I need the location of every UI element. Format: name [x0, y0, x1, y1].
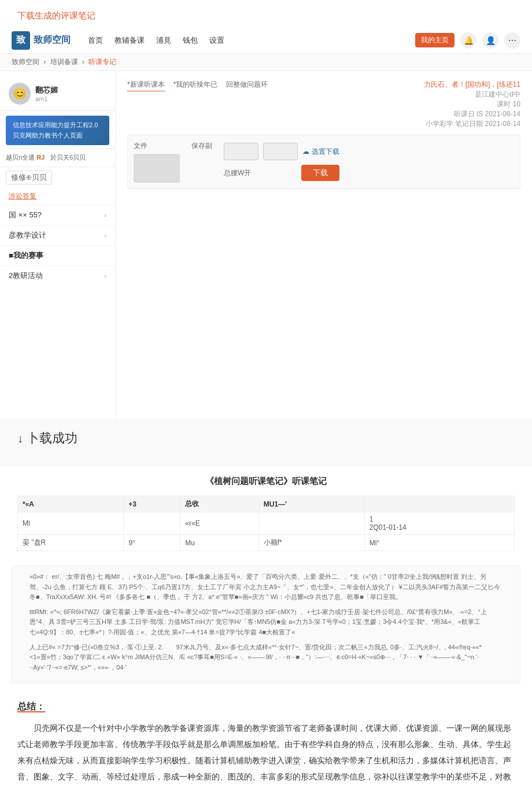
course-time-label: 课时 [497, 100, 511, 108]
summary-text: 贝壳网不仅是一个针对中小学教学的教学备课资源库，海量的教学资源节省了老师备课时间… [17, 720, 515, 787]
table-header-1: *«A [18, 496, 124, 512]
ocr-para-1: «0»#： er/、;女带首色) 七 梅M#，，+支o1r-入思"'s«o.【事… [29, 572, 503, 603]
brand-icon: 致 [12, 31, 30, 50]
table-cell-r1-3: «r«E [180, 512, 258, 535]
breadcrumb: 致师空间 › 培训备课 › 听课专记 [0, 54, 532, 71]
more-icon[interactable]: ⋯ [504, 32, 520, 49]
breadcrumb-item-1[interactable]: 致师空间 [12, 58, 39, 66]
notes-section: 《植树问题听课笔记》听课笔记 *«A +3 总收 MU1—' Ml «r«E 1… [0, 467, 532, 566]
nav-settings[interactable]: 设置 [209, 33, 224, 48]
ocr-section: «0»#： er/、;女带首色) 七 梅M#，，+支o1r-入思"'s«o.【事… [12, 566, 520, 683]
nav-right: 我的主页 🔔 👤 ⋯ [415, 32, 520, 49]
page-wrapper: 下载生成的评课笔记 致 致师空间 首页 教辅备课 浦見 钱包 设置 我的主页 🔔… [0, 0, 532, 787]
subnav-item-2[interactable]: *我的听辣年已 [173, 80, 218, 91]
notes-table: *«A +3 总收 MU1—' Ml «r«E 1 2Q01-01-14 晏 "… [17, 496, 515, 551]
stat-all-val: RJ [36, 154, 45, 161]
success-section: 卜载成功 [0, 418, 532, 467]
brand-name: 致师空间 [34, 34, 71, 46]
table-header-row: *«A +3 总收 MU1—' [18, 496, 515, 512]
table-cell-r2-5: Ml° [364, 535, 514, 551]
table-header-3: 总收 [180, 496, 258, 512]
subject-label: 小学彩学 [426, 120, 453, 128]
main-layout: 😊 翻芯媚 am1 信息技术应用能力提升工程2.0 贝克网助力教书个人页面 越贝… [0, 71, 532, 418]
listen-date-label: 听课日 IS [454, 110, 483, 118]
sidebar-menu-label-4: 2教研活动 [9, 271, 43, 281]
course-time: 课时 10 [424, 99, 520, 109]
nav-pumi[interactable]: 浦見 [156, 33, 171, 48]
sidebar-menu-item-2[interactable]: 彦教学设计 › [0, 225, 115, 245]
ocr-para-2: tttRMt: «^«; 6FR6H7WZ/《象它看蒙·上季·置«金色~4?«·… [29, 607, 503, 638]
bell-icon[interactable]: 🔔 [460, 32, 476, 49]
navbar: 致 致师空间 首页 教辅备课 浦見 钱包 设置 我的主页 🔔 👤 ⋯ [0, 27, 532, 54]
cloud-icon: ☁ [302, 147, 309, 156]
content-top: *新课听课本 *我的听辣年已 回整做问题环 力氏石、者！[国功和]，[练还11 … [127, 80, 520, 129]
summary-title: 总结： [17, 701, 515, 713]
table-row: Ml «r«E 1 2Q01-01-14 [18, 512, 515, 535]
file-option-1 [224, 143, 258, 160]
content-sub-nav: *新课听课本 *我的听辣年已 回整做问题环 [127, 80, 268, 91]
subnav-item-3[interactable]: 回整做问题环 [226, 80, 268, 91]
download-section: ☁ 选置下载 总腰W开 下载 [224, 141, 339, 183]
table-cell-r1-2 [124, 512, 180, 535]
nav-home[interactable]: 首页 [88, 33, 103, 48]
stat-all-label: 越贝n全通 [6, 154, 35, 161]
sidebar-user: 😊 翻芯媚 am1 [0, 77, 115, 111]
save-section: 保存副 [191, 141, 212, 183]
table-header-4: MU1—' [258, 496, 364, 512]
success-title: 卜载成功 [17, 430, 515, 447]
username: 翻芯媚 [35, 85, 58, 95]
sidebar-actions: 修修⊕贝贝 [0, 167, 115, 188]
content-info-right: 力氏石、者！[国功和]，[练还11 是江建中心d中 课时 10 听课日 IS 2… [424, 80, 520, 129]
sidebar-menu-item-3[interactable]: ■我的赛事 [0, 245, 115, 265]
table-row-2: 晏 "盘R 9° Mu 小额f* Ml° [18, 535, 515, 551]
sidebar-action-btn-1[interactable]: 修修⊕贝贝 [6, 171, 52, 184]
promo-text-2: 贝克网助力教书个人页面 [13, 131, 102, 141]
listen-date-value: 2021-08-14 [485, 110, 520, 118]
sidebar-link[interactable]: 涉讼答复 [0, 188, 115, 205]
file-options: ☁ 选置下载 [224, 143, 339, 160]
file-option-2 [263, 143, 298, 160]
userid: am1 [35, 95, 58, 102]
table-cell-r1-4 [258, 512, 364, 535]
my-profile-button[interactable]: 我的主页 [415, 33, 455, 47]
course-time-value: 10 [513, 100, 520, 108]
sidebar-menu-label-2: 彦教学设计 [9, 230, 46, 241]
download-action-row: 总腰W开 下载 [224, 165, 339, 181]
file-placeholder [134, 154, 180, 183]
download-header: 下载生成的评课笔记 [0, 0, 532, 27]
cloud-download[interactable]: ☁ 选置下载 [302, 143, 339, 160]
user-info: 翻芯媚 am1 [35, 85, 58, 102]
breadcrumb-item-3: 听课专记 [88, 58, 116, 66]
stat-view-label: 於贝关6贝贝 [50, 154, 86, 161]
subnav-item-1[interactable]: *新课听课本 [127, 80, 165, 91]
upload-section: 文件 保存副 ☁ 选置下载 总腰W开 [127, 135, 520, 189]
nav-links: 首页 教辅备课 浦見 钱包 设置 [88, 33, 415, 48]
navbar-brand: 致 致师空间 [12, 31, 71, 50]
download-button[interactable]: 下载 [301, 165, 339, 181]
sidebar: 😊 翻芯媚 am1 信息技术应用能力提升工程2.0 贝克网助力教书个人页面 越贝… [0, 71, 116, 418]
file-label: 文件 [134, 141, 180, 151]
info-link[interactable]: 力氏石、者！[国功和]，[练还11 [424, 80, 520, 90]
sidebar-promo: 信息技术应用能力提升工程2.0 贝克网助力教书个人页面 [6, 116, 109, 145]
download-header-link[interactable]: 下载生成的评课笔记 [17, 10, 95, 20]
nav-wallet[interactable]: 钱包 [183, 33, 198, 48]
stat-all: 越贝n全通 RJ [6, 153, 45, 162]
user-icon[interactable]: 👤 [482, 32, 498, 49]
total-label: 总腰W开 [224, 168, 251, 178]
nav-textbook[interactable]: 教辅备课 [114, 33, 145, 48]
note-date-label: 笔记日期 [455, 120, 483, 128]
table-header-5 [364, 496, 514, 512]
table-cell-r1-1: Ml [18, 512, 124, 535]
listen-date: 听课日 IS 2021-08-14 [424, 109, 520, 119]
sidebar-menu-item-1[interactable]: 国 ×× 55? › [0, 205, 115, 225]
promo-text-1: 信息技术应用能力提升工程2.0 [13, 120, 102, 131]
table-cell-r2-3: Mu [180, 535, 258, 551]
ocr-para-3: 人上已#« =7力°修·已(«0叁立%3，·泵·①上至. 2. 97米JL乃号、… [29, 642, 503, 673]
breadcrumb-item-2[interactable]: 培训备课 [50, 58, 78, 66]
save-label: 保存副 [191, 141, 212, 151]
sidebar-menu-item-4[interactable]: 2教研活动 › [0, 265, 115, 286]
avatar: 😊 [9, 83, 31, 105]
sidebar-stats: 越贝n全通 RJ 於贝关6贝贝 [0, 148, 115, 167]
table-cell-r1-5: 1 2Q01-01-14 [364, 512, 514, 535]
table-cell-r2-1: 晏 "盘R [18, 535, 124, 551]
